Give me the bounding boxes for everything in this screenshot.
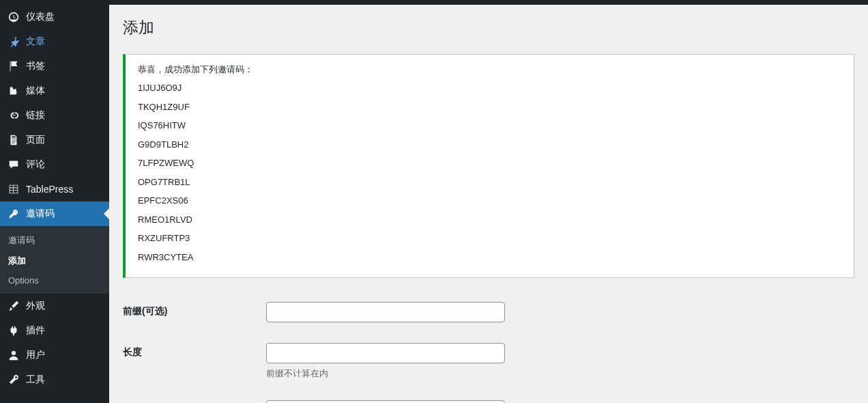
field-label: 数量 — [123, 390, 259, 403]
form-table: 前缀(可选)长度前缀不计算在内数量生成的邀请码数量，默认1使用次数限制 — [123, 292, 854, 403]
content-body: 添加 恭喜，成功添加下列邀请码： 1IJUJ6O9JTKQH1Z9UFIQS76… — [109, 5, 868, 403]
sidebar-item-label: 页面 — [26, 134, 45, 146]
flag-icon — [7, 59, 20, 73]
invitation-code: EPFC2XS06 — [138, 194, 841, 208]
invitation-code: IQS76HITW — [138, 119, 841, 133]
sidebar-item-links[interactable]: 链接 — [0, 103, 109, 128]
submenu-item[interactable]: 添加 — [0, 251, 109, 271]
field-label: 前缀(可选) — [123, 292, 259, 333]
success-notice: 恭喜，成功添加下列邀请码： 1IJUJ6O9JTKQH1Z9UFIQS76HIT… — [123, 54, 854, 279]
key-icon — [7, 207, 20, 221]
dashboard-icon — [7, 10, 20, 24]
sidebar-item-tablepress[interactable]: TablePress — [0, 177, 109, 202]
submenu-item[interactable]: 邀请码 — [0, 230, 109, 251]
sidebar-item-users[interactable]: 用户 — [0, 343, 109, 367]
admin-bar — [0, 0, 868, 5]
link-icon — [7, 109, 20, 122]
admin-sidebar: 仪表盘文章书签媒体链接页面评论TablePress邀请码邀请码添加Options… — [0, 5, 109, 403]
invitation-code: G9D9TLBH2 — [138, 138, 841, 152]
brush-icon — [7, 299, 20, 313]
comment-icon — [7, 158, 20, 171]
invitation-code: 1IJUJ6O9J — [138, 81, 841, 95]
sidebar-item-label: 外观 — [26, 300, 45, 312]
sidebar-item-label: 书签 — [26, 60, 45, 72]
sidebar-item-label: 工具 — [26, 374, 45, 386]
form-row-length: 长度前缀不计算在内 — [123, 333, 854, 390]
sidebar-item-label: 邀请码 — [26, 208, 55, 220]
sidebar-item-label: 文章 — [26, 36, 45, 48]
field-help: 前缀不计算在内 — [266, 367, 848, 380]
user-icon — [7, 348, 20, 362]
notice-message: 恭喜，成功添加下列邀请码： — [138, 63, 841, 77]
sidebar-item-label: 用户 — [26, 349, 45, 361]
length-input[interactable] — [266, 343, 505, 363]
invitation-code: 7LFPZWEWQ — [138, 156, 841, 170]
sidebar-item-pages[interactable]: 页面 — [0, 128, 109, 152]
prefix-input[interactable] — [266, 302, 505, 322]
page-title: 添加 — [123, 12, 854, 51]
sidebar-item-comments[interactable]: 评论 — [0, 152, 109, 177]
wrench-icon — [7, 373, 20, 387]
media-icon — [7, 84, 20, 98]
invitation-code: TKQH1Z9UF — [138, 100, 841, 114]
invitation-code: OPG7TRB1L — [138, 176, 841, 189]
invitation-code: RWR3CYTEA — [138, 251, 841, 264]
sidebar-item-label: 链接 — [26, 109, 45, 122]
sidebar-item-label: 评论 — [26, 158, 45, 171]
sidebar-item-plugins[interactable]: 插件 — [0, 318, 109, 343]
sidebar-item-posts[interactable]: 文章 — [0, 29, 109, 54]
form-row-count: 数量生成的邀请码数量，默认1 — [123, 390, 854, 403]
pin-icon — [7, 35, 20, 48]
page-icon — [7, 133, 20, 147]
sidebar-item-tools[interactable]: 工具 — [0, 367, 109, 392]
sidebar-item-bookmarks[interactable]: 书签 — [0, 54, 109, 79]
sidebar-item-dashboard[interactable]: 仪表盘 — [0, 5, 109, 29]
invitation-code: RXZUFRTP3 — [138, 232, 841, 245]
sidebar-item-label: 插件 — [26, 324, 45, 337]
sidebar-item-appearance[interactable]: 外观 — [0, 294, 109, 318]
sidebar-item-invitation[interactable]: 邀请码 — [0, 202, 109, 226]
invitation-code: RMEO1RLVD — [138, 213, 841, 227]
form-row-prefix: 前缀(可选) — [123, 292, 854, 333]
submenu-item[interactable]: Options — [0, 271, 109, 290]
sidebar-item-media[interactable]: 媒体 — [0, 79, 109, 103]
submenu-invitation: 邀请码添加Options — [0, 226, 109, 294]
sidebar-item-label: 媒体 — [26, 85, 45, 97]
count-input[interactable] — [266, 400, 505, 403]
plugin-icon — [7, 324, 20, 337]
field-label: 长度 — [123, 333, 259, 390]
table-icon — [7, 182, 20, 196]
sidebar-item-label: TablePress — [26, 184, 73, 195]
sidebar-item-label: 仪表盘 — [26, 11, 55, 23]
